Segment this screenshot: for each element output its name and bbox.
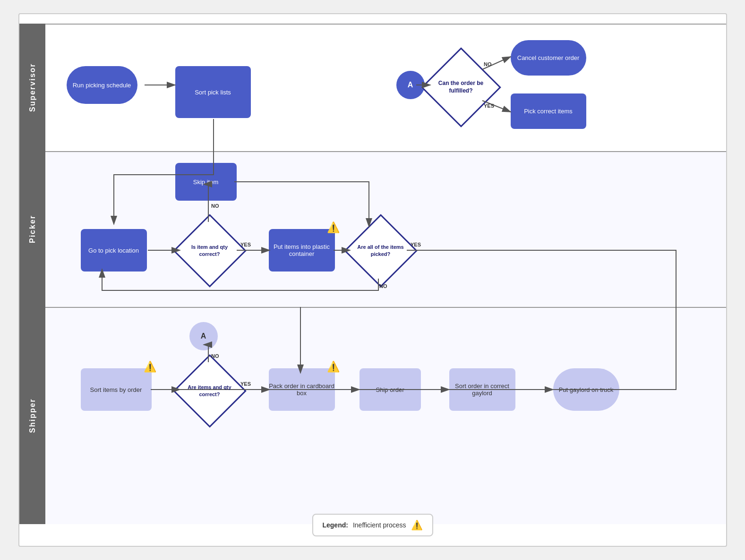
run-picking-schedule-node: Run picking schedule (67, 66, 137, 104)
legend: Legend: Inefficient process ⚠️ (312, 514, 433, 536)
swimlane-supervisor-area (45, 24, 726, 151)
swimlane-label-shipper: Shipper (19, 307, 45, 524)
legend-warning-icon: ⚠️ (411, 519, 423, 531)
pack-order-box-node: Pack order in cardboard box ⚠️ (269, 368, 335, 411)
warning-icon-pack: ⚠️ (327, 361, 340, 373)
all-items-picked-node: Are all of the items picked? (350, 221, 411, 280)
put-items-plastic-node: Put items into plastic container ⚠️ (269, 229, 335, 272)
swimlane-label-supervisor: Supervisor (19, 24, 45, 151)
warning-icon-sort: ⚠️ (144, 361, 156, 373)
connector-a-supervisor-node: A (396, 71, 425, 99)
ship-order-node: Ship order (360, 368, 421, 411)
are-items-qty-correct-shipper-node: Are items and qty correct? (179, 361, 240, 420)
swimlane-label-picker: Picker (19, 151, 45, 307)
skip-item-node: Skip item (175, 163, 237, 201)
diagram-wrapper: Supervisor Picker Shipper YES NO (18, 13, 727, 547)
connector-a-shipper-node: A (189, 322, 218, 350)
pick-correct-items-node: Pick correct items (511, 93, 586, 129)
sort-items-order-node: Sort items by order ⚠️ (81, 368, 152, 411)
warning-icon-plastic: ⚠️ (327, 221, 340, 234)
go-pick-location-node: Go to pick location (81, 229, 147, 272)
cancel-customer-order-node: Cancel customer order (511, 40, 586, 76)
put-gaylord-truck-node: Put gaylord on truck (553, 368, 619, 411)
swimlane-shipper-area (45, 307, 726, 524)
sort-pick-lists-node: Sort pick lists (175, 66, 251, 118)
can-order-fulfilled-node: Can the order be fulfilled? (426, 57, 497, 118)
sort-order-gaylord-node: Sort order in correct gaylord (449, 368, 515, 411)
is-item-qty-correct-node: Is item and qty correct? (179, 221, 240, 280)
